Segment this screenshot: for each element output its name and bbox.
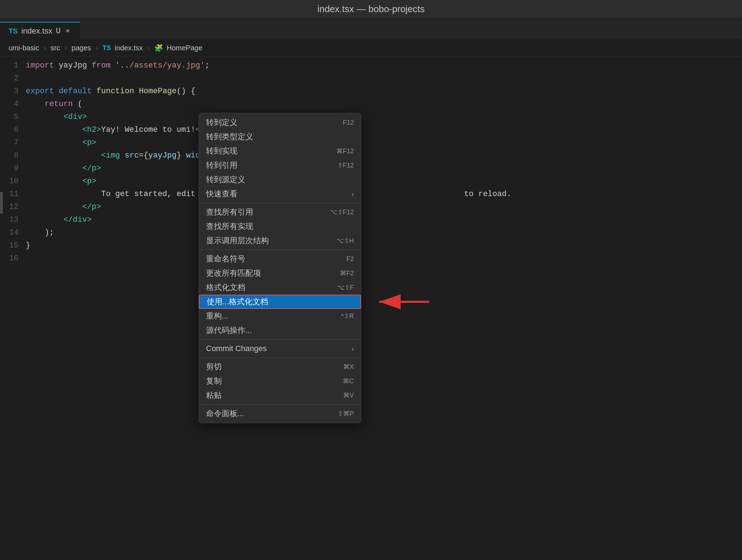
menu-item-copy[interactable]: 复制 ⌘C: [199, 374, 361, 388]
menu-item-command-palette[interactable]: 命令面板... ⇧⌘P: [199, 406, 361, 421]
line-numbers: 1 2 3 4 5 6 7 8 9 10 11 12 13 14 15 16: [0, 56, 26, 560]
menu-item-refactor[interactable]: 重构... ^⇧R: [199, 309, 361, 323]
commit-submenu-arrow-icon: ›: [351, 345, 354, 353]
breadcrumb-src[interactable]: src: [51, 44, 60, 52]
menu-item-format-document[interactable]: 格式化文档 ⌥⇧F: [199, 280, 361, 295]
menu-item-rename-symbol[interactable]: 重命名符号 F2: [199, 252, 361, 266]
ts-badge: TS: [9, 27, 18, 35]
tab-filename: index.tsx: [21, 26, 52, 36]
breadcrumb-pages[interactable]: pages: [71, 44, 91, 52]
breadcrumb-ts-badge: TS: [102, 44, 111, 52]
menu-separator-1: [199, 203, 361, 203]
breadcrumb-index-tsx[interactable]: index.tsx: [115, 44, 143, 52]
context-menu: 转到定义 F12 转到类型定义 转到实现 ⌘F12 转到引用 ⇧F12 转到源定…: [199, 113, 361, 423]
menu-item-goto-type-definition[interactable]: 转到类型定义: [199, 130, 361, 144]
menu-item-show-call-hierarchy[interactable]: 显示调用层次结构 ⌥⇧H: [199, 234, 361, 248]
breadcrumb-umi-basic[interactable]: umi-basic: [9, 44, 39, 52]
tab-modified-indicator: U: [56, 27, 60, 36]
menu-item-find-all-refs[interactable]: 查找所有引用 ⌥⇧F12: [199, 205, 361, 219]
highlight-arrow: [361, 291, 433, 312]
menu-item-format-document-with[interactable]: 使用...格式化文档: [199, 295, 361, 309]
menu-item-cut[interactable]: 剪切 ⌘X: [199, 360, 361, 374]
menu-item-peek[interactable]: 快速查看 ›: [199, 187, 361, 201]
tab-close-button[interactable]: ×: [64, 26, 71, 36]
menu-separator-2: [199, 250, 361, 250]
editor-area: 1 2 3 4 5 6 7 8 9 10 11 12 13 14 15 16 i…: [0, 56, 742, 560]
breadcrumb-homepage[interactable]: HomePage: [167, 44, 202, 52]
menu-item-find-all-impl[interactable]: 查找所有实现: [199, 219, 361, 234]
menu-item-source-action[interactable]: 源代码操作...: [199, 323, 361, 338]
menu-item-change-all-occurrences[interactable]: 更改所有匹配项 ⌘F2: [199, 266, 361, 280]
breadcrumb: umi-basic › src › pages › TS index.tsx ›…: [0, 40, 742, 56]
menu-separator-4: [199, 358, 361, 358]
menu-item-commit-changes[interactable]: Commit Changes ›: [199, 341, 361, 356]
menu-separator-3: [199, 339, 361, 340]
breadcrumb-component-icon: 🧩: [154, 44, 163, 52]
menu-item-goto-definition[interactable]: 转到定义 F12: [199, 115, 361, 130]
editor-tab[interactable]: TS index.tsx U ×: [0, 22, 80, 40]
menu-item-goto-references[interactable]: 转到引用 ⇧F12: [199, 158, 361, 172]
menu-separator-5: [199, 404, 361, 405]
title-bar: index.tsx — bobo-projects: [0, 0, 742, 19]
left-gutter-indicator: [0, 192, 3, 214]
menu-item-goto-implementation[interactable]: 转到实现 ⌘F12: [199, 144, 361, 158]
menu-item-paste[interactable]: 粘贴 ⌘V: [199, 388, 361, 402]
menu-item-goto-source-definition[interactable]: 转到源定义: [199, 172, 361, 187]
window-title: index.tsx — bobo-projects: [317, 4, 425, 15]
submenu-arrow-icon: ›: [351, 190, 354, 198]
tab-bar: TS index.tsx U ×: [0, 19, 742, 40]
